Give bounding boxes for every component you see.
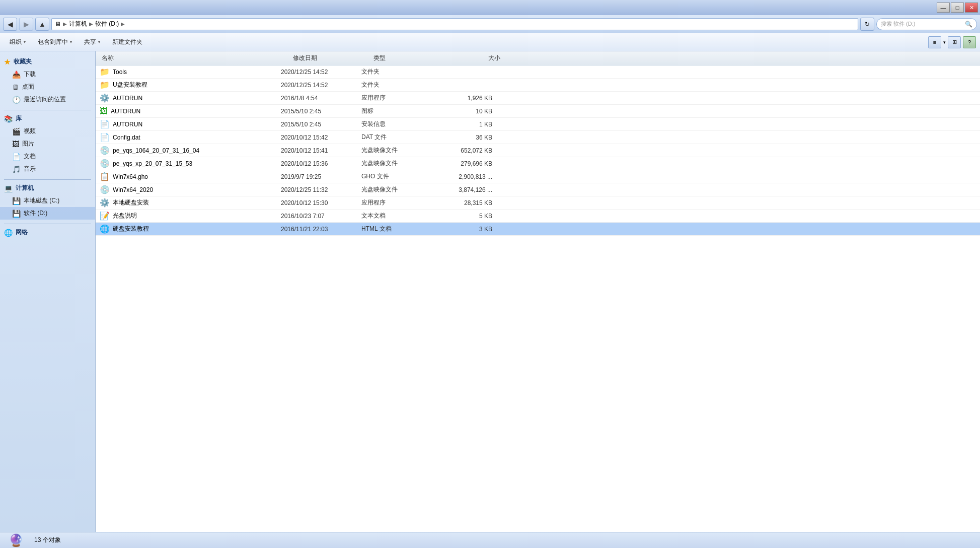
col-type-header[interactable]: 类型: [371, 54, 442, 62]
library-icon: 📚: [4, 115, 13, 123]
view-dropdown-arrow[interactable]: ▾: [943, 40, 946, 45]
breadcrumb-computer[interactable]: 计算机: [69, 20, 87, 28]
table-row[interactable]: 📁 U盘安装教程 2020/12/25 14:52 文件夹: [96, 79, 980, 92]
file-type: 光盘映像文件: [361, 146, 432, 155]
file-type: 应用程序: [361, 94, 432, 102]
file-date: 2020/10/12 15:42: [281, 134, 361, 141]
sidebar-divider-1: [4, 110, 91, 110]
table-row[interactable]: ⚙️ AUTORUN 2016/1/8 4:54 应用程序 1,926 KB: [96, 92, 980, 105]
close-button[interactable]: ✕: [965, 3, 978, 13]
col-name-header[interactable]: 名称: [100, 54, 291, 62]
desktop-icon: 🖥: [12, 83, 19, 91]
toolbar-view-controls: ≡ ▾ ⊞ ?: [928, 36, 976, 48]
file-size: 10 KB: [432, 108, 492, 115]
file-icon: ⚙️: [100, 93, 110, 103]
file-name-text: Config.dat: [113, 134, 140, 141]
share-button[interactable]: 共享 ▾: [79, 35, 106, 49]
table-row[interactable]: 📄 Config.dat 2020/10/12 15:42 DAT 文件 36 …: [96, 131, 980, 144]
file-area: 名称 修改日期 类型 大小 📁 Tools 2020/12/25 14:52 文…: [96, 51, 980, 532]
sidebar-item-downloads[interactable]: 📥 下载: [0, 68, 95, 81]
file-name-text: Win7x64.gho: [113, 173, 148, 180]
refresh-button[interactable]: ↻: [860, 18, 874, 31]
main-layout: ★ 收藏夹 📥 下载 🖥 桌面 🕐 最近访问的位置 📚 库: [0, 51, 980, 532]
sidebar-downloads-label: 下载: [24, 70, 36, 79]
breadcrumb[interactable]: 🖥 ▶ 计算机 ▶ 软件 (D:) ▶: [51, 18, 858, 30]
back-button[interactable]: ◀: [3, 18, 17, 31]
file-name-text: pe_yqs_xp_20_07_31_15_53: [113, 160, 192, 167]
file-icon: 📝: [100, 211, 110, 221]
toolbar: 组织 ▾ 包含到库中 ▾ 共享 ▾ 新建文件夹 ≡ ▾ ⊞ ?: [0, 33, 980, 51]
file-type: 图标: [361, 107, 432, 115]
file-type: 应用程序: [361, 198, 432, 207]
sidebar-item-videos[interactable]: 🎬 视频: [0, 125, 95, 138]
search-icon[interactable]: 🔍: [965, 21, 972, 28]
sidebar-library-label: 库: [16, 114, 22, 123]
sidebar-computer-section: 💻 计算机 💾 本地磁盘 (C:) 💾 软件 (D:): [0, 182, 95, 220]
maximize-button[interactable]: □: [951, 3, 964, 13]
sidebar-local-c-label: 本地磁盘 (C:): [24, 196, 59, 205]
sidebar-library-section: 📚 库 🎬 视频 🖼 图片 📄 文档 🎵 音乐: [0, 112, 95, 175]
table-row[interactable]: 💿 pe_yqs_1064_20_07_31_16_04 2020/10/12 …: [96, 144, 980, 157]
sidebar-item-images[interactable]: 🖼 图片: [0, 138, 95, 150]
table-row[interactable]: ⚙️ 本地硬盘安装 2020/10/12 15:30 应用程序 28,315 K…: [96, 196, 980, 210]
sidebar-item-music[interactable]: 🎵 音乐: [0, 163, 95, 175]
breadcrumb-drive[interactable]: 软件 (D:): [95, 20, 119, 28]
file-name-text: 本地硬盘安装: [113, 198, 149, 207]
file-size: 3,874,126 ...: [432, 186, 492, 193]
col-date-header[interactable]: 修改日期: [291, 54, 371, 62]
organize-label: 组织: [10, 38, 22, 46]
file-date: 2020/12/25 14:52: [281, 68, 361, 76]
sidebar-network-header[interactable]: 🌐 网络: [0, 226, 95, 239]
file-name-text: 光盘说明: [113, 212, 137, 220]
sidebar-item-recent[interactable]: 🕐 最近访问的位置: [0, 93, 95, 106]
sidebar-computer-header[interactable]: 💻 计算机: [0, 182, 95, 194]
sidebar-item-docs[interactable]: 📄 文档: [0, 150, 95, 163]
organize-button[interactable]: 组织 ▾: [4, 35, 31, 49]
sidebar-item-software-d[interactable]: 💾 软件 (D:): [0, 207, 95, 220]
table-row[interactable]: 📄 AUTORUN 2015/5/10 2:45 安装信息 1 KB: [96, 118, 980, 131]
computer-icon: 💻: [4, 184, 13, 192]
file-size: 652,072 KB: [432, 147, 492, 154]
table-row[interactable]: 🌐 硬盘安装教程 2016/11/21 22:03 HTML 文档 3 KB: [96, 223, 980, 236]
network-icon: 🌐: [4, 229, 13, 237]
file-name-text: AUTORUN: [111, 108, 140, 115]
col-size-header[interactable]: 大小: [442, 54, 502, 62]
minimize-button[interactable]: —: [937, 3, 950, 13]
help-button[interactable]: ?: [963, 36, 976, 48]
table-row[interactable]: 💿 pe_yqs_xp_20_07_31_15_53 2020/10/12 15…: [96, 157, 980, 170]
file-name-text: Win7x64_2020: [113, 186, 153, 193]
status-bar: 🔮 13 个对象: [0, 532, 980, 548]
table-row[interactable]: 🖼 AUTORUN 2015/5/10 2:45 图标 10 KB: [96, 105, 980, 118]
file-date: 2020/10/12 15:41: [281, 147, 361, 154]
table-row[interactable]: 💿 Win7x64_2020 2020/12/25 11:32 光盘映像文件 3…: [96, 183, 980, 196]
table-row[interactable]: 📝 光盘说明 2016/10/23 7:07 文本文档 5 KB: [96, 210, 980, 223]
include-library-label: 包含到库中: [38, 38, 68, 46]
table-row[interactable]: 📁 Tools 2020/12/25 14:52 文件夹: [96, 65, 980, 79]
up-button[interactable]: ▲: [35, 18, 49, 31]
preview-pane-button[interactable]: ⊞: [948, 36, 961, 48]
file-icon: 📋: [100, 172, 110, 181]
sidebar-desktop-label: 桌面: [22, 83, 34, 91]
file-type: DAT 文件: [361, 133, 432, 142]
forward-button[interactable]: ▶: [19, 18, 33, 31]
file-size: 279,696 KB: [432, 160, 492, 167]
search-bar[interactable]: 搜索 软件 (D:) 🔍: [876, 18, 977, 30]
file-type: GHO 文件: [361, 172, 432, 181]
view-toggle-button[interactable]: ≡: [928, 36, 941, 48]
file-size: 3 KB: [432, 226, 492, 233]
sidebar-library-header[interactable]: 📚 库: [0, 112, 95, 125]
sidebar-favorites-section: ★ 收藏夹 📥 下载 🖥 桌面 🕐 最近访问的位置: [0, 55, 95, 106]
organize-arrow: ▾: [24, 40, 26, 44]
sidebar-item-local-c[interactable]: 💾 本地磁盘 (C:): [0, 194, 95, 207]
sidebar: ★ 收藏夹 📥 下载 🖥 桌面 🕐 最近访问的位置 📚 库: [0, 51, 96, 532]
sidebar-favorites-label: 收藏夹: [14, 57, 32, 66]
sidebar-images-label: 图片: [22, 140, 34, 148]
include-library-button[interactable]: 包含到库中 ▾: [32, 35, 78, 49]
sidebar-item-desktop[interactable]: 🖥 桌面: [0, 81, 95, 93]
table-row[interactable]: 📋 Win7x64.gho 2019/9/7 19:25 GHO 文件 2,90…: [96, 170, 980, 183]
new-folder-label: 新建文件夹: [112, 38, 142, 46]
sidebar-favorites-header[interactable]: ★ 收藏夹: [0, 55, 95, 68]
new-folder-button[interactable]: 新建文件夹: [107, 35, 148, 49]
search-placeholder: 搜索 软件 (D:): [881, 20, 915, 28]
sidebar-software-d-label: 软件 (D:): [24, 209, 47, 218]
